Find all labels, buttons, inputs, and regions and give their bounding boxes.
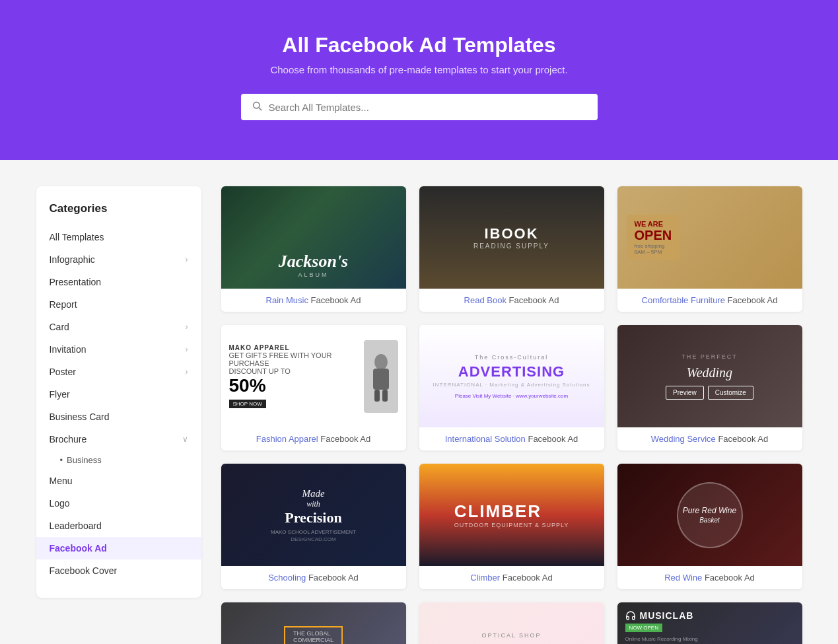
sidebar-item-infographic[interactable]: Infographic › bbox=[36, 248, 201, 271]
template-link[interactable]: Comfortable Furniture bbox=[642, 295, 725, 305]
template-link[interactable]: International Solution bbox=[445, 434, 526, 444]
template-card-schooling[interactable]: Made with Precision MAKO SCHOOL ADVERTIS… bbox=[221, 464, 406, 589]
sidebar-item-label: Facebook Cover bbox=[50, 565, 118, 576]
template-card-climber[interactable]: CLIMBER OUTDOOR EQUIPMENT & SUPPLY Previ… bbox=[419, 464, 604, 589]
preview-button[interactable]: Preview bbox=[666, 386, 704, 400]
sidebar-item-facebook-ad[interactable]: Facebook Ad bbox=[36, 537, 201, 559]
search-bar bbox=[241, 94, 598, 120]
preview-button[interactable]: Preview bbox=[259, 368, 304, 385]
sidebar-item-label: Flyer bbox=[50, 389, 70, 400]
template-card-rain-music[interactable]: Jackson's Album Preview Customize Rain M… bbox=[221, 186, 406, 312]
sidebar-item-brochure[interactable]: Brochure ∨ bbox=[36, 428, 201, 450]
sidebar-item-menu[interactable]: Menu bbox=[36, 470, 201, 492]
customize-button[interactable]: Customize bbox=[510, 368, 566, 385]
template-link[interactable]: Schooling bbox=[268, 573, 306, 583]
preview-button[interactable]: Preview bbox=[457, 368, 503, 385]
template-link[interactable]: Rain Music bbox=[266, 295, 308, 305]
sidebar-item-flyer[interactable]: Flyer bbox=[36, 383, 201, 406]
sidebar-item-label: All Templates bbox=[50, 232, 104, 242]
template-label: International Solution Facebook Ad bbox=[419, 427, 604, 450]
sidebar-item-invitation[interactable]: Invitation › bbox=[36, 338, 201, 361]
template-link[interactable]: Fashion Apparel bbox=[256, 434, 318, 444]
sidebar-item-label: Presentation bbox=[50, 277, 102, 287]
header-section: All Facebook Ad Templates Choose from th… bbox=[0, 0, 838, 160]
preview-button[interactable]: Preview bbox=[259, 507, 304, 524]
sidebar-item-label: Facebook Ad bbox=[50, 543, 107, 554]
sidebar-item-label: Leaderboard bbox=[50, 520, 102, 531]
chevron-right-icon: › bbox=[186, 255, 188, 264]
sidebar-item-card[interactable]: Card › bbox=[36, 316, 201, 338]
svg-line-1 bbox=[259, 108, 262, 110]
template-link[interactable]: Read Book bbox=[464, 295, 506, 305]
page-subtitle: Choose from thousands of pre-made templa… bbox=[13, 64, 825, 75]
sidebar-item-leaderboard[interactable]: Leaderboard bbox=[36, 515, 201, 537]
search-input[interactable] bbox=[269, 102, 587, 113]
sidebar-item-report[interactable]: Report bbox=[36, 293, 201, 316]
template-label: Schooling Facebook Ad bbox=[221, 566, 406, 589]
sidebar-sub-item-business[interactable]: Business bbox=[36, 450, 201, 470]
sidebar-sub-item-label: Business bbox=[67, 455, 102, 465]
preview-button[interactable]: Preview bbox=[655, 507, 701, 524]
sidebar-item-label: Infographic bbox=[50, 254, 95, 265]
sidebar-title: Categories bbox=[36, 202, 201, 226]
sidebar-item-label: Menu bbox=[50, 476, 73, 486]
customize-button[interactable]: Customize bbox=[708, 386, 753, 400]
search-icon bbox=[252, 100, 262, 114]
sidebar: Categories All Templates Infographic › P… bbox=[36, 186, 201, 598]
sidebar-item-label: Card bbox=[50, 322, 69, 332]
template-card-fashion-apparel[interactable]: MAKO APPAREL GET GIFTS FREE WITH YOUR PU… bbox=[221, 325, 406, 450]
sidebar-item-label: Logo bbox=[50, 498, 70, 509]
sidebar-item-poster[interactable]: Poster › bbox=[36, 361, 201, 383]
sidebar-item-business-card[interactable]: Business Card bbox=[36, 406, 201, 428]
page-title: All Facebook Ad Templates bbox=[13, 33, 825, 57]
preview-button[interactable]: Preview bbox=[259, 229, 304, 246]
template-label: Climber Facebook Ad bbox=[419, 566, 604, 589]
chevron-right-icon: › bbox=[186, 367, 188, 376]
template-card-comfortable-furniture[interactable]: WE ARE OPEN free shipping 8AM – 5PM Prev… bbox=[617, 186, 802, 312]
template-card-musiclab[interactable]: MUSICLAB NOW OPEN Online Music Recording… bbox=[617, 602, 802, 644]
template-card-red-wine[interactable]: Pure Red WineBasket Preview Customize Re… bbox=[617, 464, 802, 589]
template-card-read-book[interactable]: IBOOK READING SUPPLY Preview Customize R… bbox=[419, 186, 604, 312]
customize-button[interactable]: Customize bbox=[510, 229, 566, 246]
template-card-international-solution[interactable]: The Cross-Cultural ADVERTISING INTERNATI… bbox=[419, 325, 604, 450]
template-card-wedding-service[interactable]: THE PERFECT Wedding Preview Customize We… bbox=[617, 325, 802, 450]
template-link[interactable]: Climber bbox=[470, 573, 500, 583]
customize-button[interactable]: Customize bbox=[312, 368, 368, 385]
preview-button[interactable]: Preview bbox=[457, 229, 503, 246]
chevron-right-icon: › bbox=[186, 345, 188, 354]
customize-button[interactable]: Customize bbox=[708, 229, 764, 246]
preview-button[interactable]: Preview bbox=[655, 229, 701, 246]
sidebar-item-label: Report bbox=[50, 299, 77, 310]
sidebar-item-facebook-cover[interactable]: Facebook Cover bbox=[36, 559, 201, 582]
template-label: Fashion Apparel Facebook Ad bbox=[221, 427, 406, 450]
main-content: Categories All Templates Infographic › P… bbox=[23, 186, 816, 644]
template-label: Red Wine Facebook Ad bbox=[617, 566, 802, 589]
template-card-classy[interactable]: OPTICAL SHOP CLASSY SHOP NOW Preview Cus… bbox=[419, 602, 604, 644]
template-link[interactable]: Red Wine bbox=[664, 573, 702, 583]
template-label: Comfortable Furniture Facebook Ad bbox=[617, 289, 802, 312]
preview-button[interactable]: Preview bbox=[457, 507, 503, 524]
sidebar-item-presentation[interactable]: Presentation bbox=[36, 271, 201, 293]
template-grid: Jackson's Album Preview Customize Rain M… bbox=[221, 186, 802, 644]
sidebar-item-label: Business Card bbox=[50, 411, 110, 422]
customize-button[interactable]: Customize bbox=[312, 229, 368, 246]
sidebar-item-label: Invitation bbox=[50, 344, 87, 355]
chevron-right-icon: › bbox=[186, 322, 188, 332]
template-link[interactable]: Wedding Service bbox=[651, 434, 716, 444]
sidebar-item-label: Brochure bbox=[50, 434, 87, 445]
template-label: Rain Music Facebook Ad bbox=[221, 289, 406, 312]
template-card-solution[interactable]: THE GLOBAL COMMERCIAL SOLUTION businessn… bbox=[221, 602, 406, 644]
customize-button[interactable]: Customize bbox=[708, 507, 764, 524]
sidebar-item-label: Poster bbox=[50, 367, 76, 377]
sidebar-item-all-templates[interactable]: All Templates bbox=[36, 226, 201, 248]
chevron-down-icon: ∨ bbox=[182, 435, 188, 444]
template-label: Wedding Service Facebook Ad bbox=[617, 427, 802, 450]
sidebar-item-logo[interactable]: Logo bbox=[36, 492, 201, 515]
template-label: Read Book Facebook Ad bbox=[419, 289, 604, 312]
customize-button[interactable]: Customize bbox=[312, 507, 368, 524]
customize-button[interactable]: Customize bbox=[510, 507, 566, 524]
